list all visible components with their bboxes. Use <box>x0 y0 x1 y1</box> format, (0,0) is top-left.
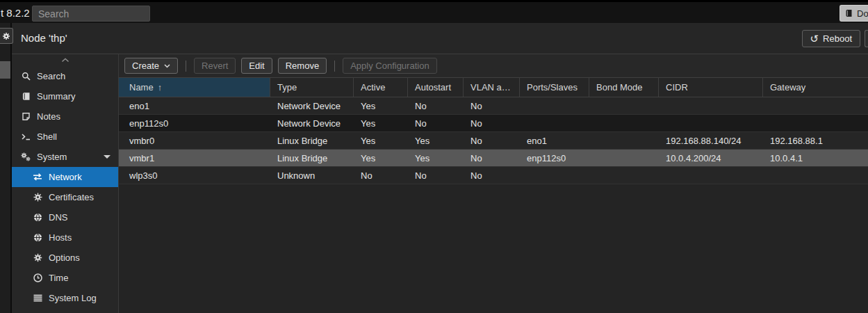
clock-icon <box>33 273 42 282</box>
globe-icon <box>33 233 42 242</box>
sidebar-item-time[interactable]: Time <box>12 268 118 288</box>
sidebar-item-search[interactable]: Search <box>12 66 118 86</box>
reboot-button[interactable]: ↺ Reboot <box>802 30 861 47</box>
column-header-gateway[interactable]: Gateway <box>763 78 868 97</box>
gears-icon <box>21 152 31 161</box>
table-row-vmbr1[interactable]: vmbr1 Linux Bridge Yes Yes No enp112s0 1… <box>119 150 868 167</box>
column-header-bond-mode[interactable]: Bond Mode <box>589 78 659 97</box>
column-header-vlan-aware[interactable]: VLAN a… <box>464 78 520 97</box>
sidebar-item-label: Network <box>49 172 82 182</box>
sidebar-item-dns[interactable]: DNS <box>12 207 118 227</box>
sidebar-item-label: Search <box>37 71 65 81</box>
table-row-vmbr0[interactable]: vmbr0 Linux Bridge Yes Yes No eno1 192.1… <box>119 132 868 150</box>
sidebar-item-label: Notes <box>37 111 60 122</box>
shutdown-button-partial[interactable] <box>865 30 868 47</box>
page-title: Node 'thp' <box>21 32 67 44</box>
sidebar-item-label: Summary <box>37 91 76 102</box>
apply-configuration-label: Apply Configuration <box>350 61 429 71</box>
remove-button[interactable]: Remove <box>278 58 327 74</box>
gear-icon <box>33 253 42 262</box>
node-sidebar: Search Summary Notes Shell System Networ… <box>12 54 119 313</box>
table-row-wlp3s0[interactable]: wlp3s0 Unknown No No No <box>119 167 868 184</box>
chevron-down-icon[interactable] <box>104 155 110 159</box>
list-icon <box>33 294 42 302</box>
book-icon <box>21 92 31 101</box>
column-header-type[interactable]: Type <box>270 78 354 97</box>
sidebar-item-label: Shell <box>37 131 57 142</box>
revert-label: Revert <box>202 61 228 71</box>
terminal-icon <box>21 132 31 141</box>
reboot-label: Reboot <box>823 33 852 44</box>
sidebar-item-notes[interactable]: Notes <box>12 106 118 127</box>
book-icon <box>845 9 853 17</box>
documentation-label: Do <box>857 8 868 19</box>
table-header-row: Name ↑ Type Active Autostart VLAN a… Por… <box>119 77 868 97</box>
toolbar-separator <box>334 61 335 72</box>
collapsed-tree-strip <box>0 23 12 313</box>
sidebar-item-shell[interactable]: Shell <box>12 127 118 147</box>
collapse-up-chevron-icon[interactable] <box>12 58 118 63</box>
sidebar-item-network[interactable]: Network <box>12 167 118 187</box>
create-button[interactable]: Create <box>124 58 178 74</box>
sidebar-item-label: Options <box>49 252 80 263</box>
settings-gear-button[interactable] <box>0 28 13 44</box>
sidebar-item-label: DNS <box>49 212 67 223</box>
top-bar: t 8.2.2 Do <box>0 0 868 23</box>
sidebar-item-label: Hosts <box>49 232 72 243</box>
note-icon <box>21 112 31 121</box>
column-header-cidr[interactable]: CIDR <box>659 78 763 97</box>
app-version-text: t 8.2.2 <box>1 7 30 19</box>
network-panel: Create Revert Edit Remove Apply Configur… <box>119 54 868 313</box>
search-icon <box>21 72 31 81</box>
gear-icon <box>2 32 10 40</box>
edit-button[interactable]: Edit <box>241 58 272 74</box>
column-header-active[interactable]: Active <box>354 78 408 97</box>
globe-icon <box>33 213 42 222</box>
toolbar-separator <box>186 61 186 72</box>
column-header-name[interactable]: Name ↑ <box>119 78 270 97</box>
table-row-enp112s0[interactable]: enp112s0 Network Device Yes No No <box>119 115 868 132</box>
chevron-down-icon <box>164 64 170 68</box>
node-header: Node 'thp' ↺ Reboot <box>12 23 868 54</box>
certificate-icon <box>33 193 42 202</box>
revert-button[interactable]: Revert <box>194 58 236 74</box>
create-label: Create <box>132 61 159 71</box>
sidebar-item-label: System <box>37 152 67 162</box>
network-arrows-icon <box>33 173 42 181</box>
sidebar-item-label: Time <box>49 273 68 283</box>
sort-ascending-icon: ↑ <box>158 82 163 93</box>
column-header-autostart[interactable]: Autostart <box>408 78 464 97</box>
sidebar-item-label: System Log <box>49 293 97 303</box>
sidebar-item-certificates[interactable]: Certificates <box>12 187 118 207</box>
remove-label: Remove <box>286 61 319 71</box>
sidebar-item-options[interactable]: Options <box>12 248 118 268</box>
collapsed-tree-selection <box>0 61 10 79</box>
sidebar-item-hosts[interactable]: Hosts <box>12 227 118 248</box>
sidebar-item-label: Certificates <box>49 192 94 202</box>
sidebar-item-system-log[interactable]: System Log <box>12 288 118 308</box>
reboot-icon: ↺ <box>810 33 819 44</box>
edit-label: Edit <box>249 61 264 71</box>
network-toolbar: Create Revert Edit Remove Apply Configur… <box>119 54 868 77</box>
table-row-eno1[interactable]: eno1 Network Device Yes No No <box>119 97 868 115</box>
column-header-ports-slaves[interactable]: Ports/Slaves <box>520 78 589 97</box>
sidebar-item-system[interactable]: System <box>12 147 118 167</box>
search-input[interactable] <box>32 6 150 22</box>
sidebar-item-summary[interactable]: Summary <box>12 86 118 106</box>
documentation-button[interactable]: Do <box>840 5 868 22</box>
apply-configuration-button[interactable]: Apply Configuration <box>343 58 436 74</box>
